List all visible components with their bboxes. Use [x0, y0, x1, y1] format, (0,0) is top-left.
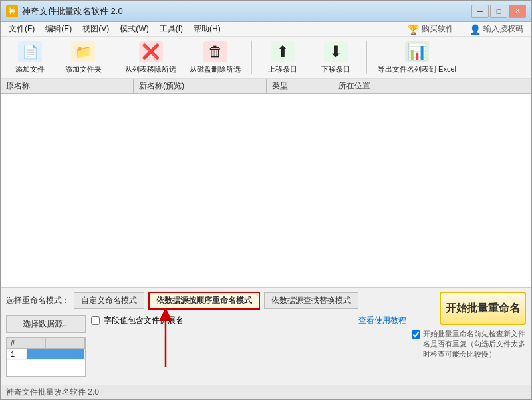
- menu-file[interactable]: 文件(F): [3, 22, 40, 36]
- toolbar: 📄 添加文件 📁 添加文件夹 ❌ 从列表移除所选 🗑 从磁盘删除所选 ⬆ 上移条…: [1, 37, 531, 79]
- title-bar: 神 神奇文件批量改名软件 2.0 ─ □ ✕: [1, 1, 531, 22]
- status-bar: 神奇文件批量改名软件 2.0: [1, 385, 531, 399]
- export-excel-icon: 📊: [405, 41, 429, 62]
- main-window: 神 神奇文件批量改名软件 2.0 ─ □ ✕ 文件(F) 编辑(E) 视图(V)…: [0, 0, 532, 400]
- toolbar-separator-3: [366, 41, 367, 74]
- ds-col-val: [46, 338, 85, 348]
- ds-cell-val: [27, 349, 85, 359]
- file-table-header: 原名称 新名称(预览) 类型 所在位置: [1, 79, 531, 94]
- move-up-button[interactable]: ⬆ 上移条目: [259, 40, 307, 76]
- status-text: 神奇文件批量改名软件 2.0: [6, 387, 99, 398]
- remove-selected-button[interactable]: ❌ 从列表移除所选: [121, 40, 180, 76]
- move-up-icon: ⬆: [271, 41, 295, 62]
- minimize-button[interactable]: ─: [471, 5, 489, 18]
- ds-row-1: 1: [7, 349, 85, 360]
- window-title: 神奇文件批量改名软件 2.0: [22, 5, 123, 17]
- hint-label: 开始批量重命名前先检查新文件名是否有重复（勾选后文件太多时检查可能会比较慢）: [423, 329, 526, 359]
- menu-tools[interactable]: 工具(I): [154, 22, 188, 36]
- file-list-area: 原名称 新名称(预览) 类型 所在位置: [1, 79, 531, 287]
- col-header-orig: 原名称: [1, 79, 134, 93]
- datasource-area: 选择数据源... # 1 字: [6, 315, 406, 377]
- file-table-body: [1, 94, 531, 287]
- move-up-label: 上移条目: [268, 64, 297, 74]
- close-button[interactable]: ✕: [509, 5, 526, 18]
- start-rename-button[interactable]: 开始批量重命名: [440, 292, 526, 325]
- mode-tab-datasource-order[interactable]: 依数据源按顺序重命名模式: [148, 292, 260, 310]
- title-bar-left: 神 神奇文件批量改名软件 2.0: [6, 5, 123, 17]
- window-controls: ─ □ ✕: [471, 5, 526, 18]
- export-excel-label: 导出文件名列表到 Excel: [378, 64, 456, 74]
- left-panel: 选择数据源... # 1: [6, 315, 86, 377]
- menu-edit[interactable]: 编辑(E): [40, 22, 77, 36]
- top-right-btns: 🏆 购买软件 👤 输入授权码: [402, 21, 529, 37]
- enter-auth-button[interactable]: 👤 输入授权码: [464, 21, 529, 37]
- mode-label: 选择重命名模式：: [6, 295, 70, 306]
- auth-label: 输入授权码: [483, 23, 523, 35]
- bottom-right: 开始批量重命名 开始批量重命名前先检查新文件名是否有重复（勾选后文件太多时检查可…: [412, 292, 526, 381]
- remove-selected-label: 从列表移除所选: [125, 64, 176, 74]
- right-options: 字段值包含文件扩展名 查看使用教程: [91, 315, 406, 377]
- move-down-label: 下移条目: [321, 64, 350, 74]
- add-file-icon: 📄: [18, 41, 42, 62]
- menu-help[interactable]: 帮助(H): [188, 22, 226, 36]
- bottom-section: 选择重命名模式： 自定义命名模式 依数据源按顺序重命名模式 依数据源查找替换模式…: [1, 287, 531, 385]
- add-folder-icon: 📁: [71, 41, 95, 62]
- field-includes-ext-label: 字段值包含文件扩展名: [104, 315, 184, 326]
- move-down-button[interactable]: ⬇ 下移条目: [312, 40, 360, 76]
- menu-mode[interactable]: 模式(W): [114, 22, 154, 36]
- col-header-type: 类型: [267, 79, 333, 93]
- add-folder-label: 添加文件夹: [65, 64, 102, 74]
- maximize-button[interactable]: □: [490, 5, 507, 18]
- datasource-table-header: #: [7, 338, 85, 349]
- export-excel-button[interactable]: 📊 导出文件名列表到 Excel: [374, 40, 460, 76]
- start-rename-label: 开始批量重命名: [446, 302, 520, 316]
- app-icon: 神: [6, 5, 18, 17]
- remove-selected-icon: ❌: [139, 41, 163, 62]
- toolbar-separator-1: [114, 41, 114, 74]
- auth-icon: 👤: [469, 24, 481, 35]
- checkbox-row: 字段值包含文件扩展名 查看使用教程: [91, 315, 406, 326]
- col-header-loc: 所在位置: [333, 79, 531, 93]
- ds-col-num: #: [7, 338, 46, 348]
- col-header-new: 新名称(预览): [134, 79, 267, 93]
- select-datasource-button[interactable]: 选择数据源...: [6, 315, 86, 333]
- bottom-left: 选择重命名模式： 自定义命名模式 依数据源按顺序重命名模式 依数据源查找替换模式…: [6, 292, 406, 381]
- mode-row: 选择重命名模式： 自定义命名模式 依数据源按顺序重命名模式 依数据源查找替换模式: [6, 292, 406, 310]
- add-file-button[interactable]: 📄 添加文件: [6, 40, 54, 76]
- buy-icon: 🏆: [408, 24, 419, 35]
- buy-label: 购买软件: [422, 23, 454, 35]
- tutorial-link[interactable]: 查看使用教程: [358, 315, 406, 326]
- field-includes-ext-checkbox[interactable]: [91, 316, 100, 325]
- mode-tab-custom[interactable]: 自定义命名模式: [74, 292, 144, 309]
- menu-bar: 文件(F) 编辑(E) 视图(V) 模式(W) 工具(I) 帮助(H) 🏆 购买…: [1, 22, 531, 37]
- delete-disk-icon: 🗑: [203, 41, 227, 62]
- toolbar-separator-2: [251, 41, 252, 74]
- mode-tab-datasource-replace[interactable]: 依数据源查找替换模式: [264, 292, 358, 309]
- add-folder-button[interactable]: 📁 添加文件夹: [59, 40, 107, 76]
- ds-cell-num: 1: [7, 349, 27, 359]
- delete-disk-label: 从磁盘删除所选: [190, 64, 241, 74]
- menu-view[interactable]: 视图(V): [77, 22, 114, 36]
- check-duplicate-checkbox[interactable]: [412, 330, 420, 339]
- buy-software-button[interactable]: 🏆 购买软件: [402, 21, 459, 37]
- move-down-icon: ⬇: [324, 41, 348, 62]
- add-file-label: 添加文件: [15, 64, 45, 74]
- delete-disk-button[interactable]: 🗑 从磁盘删除所选: [186, 40, 245, 76]
- hint-area: 开始批量重命名前先检查新文件名是否有重复（勾选后文件太多时检查可能会比较慢）: [412, 329, 526, 359]
- datasource-table: # 1: [6, 337, 86, 377]
